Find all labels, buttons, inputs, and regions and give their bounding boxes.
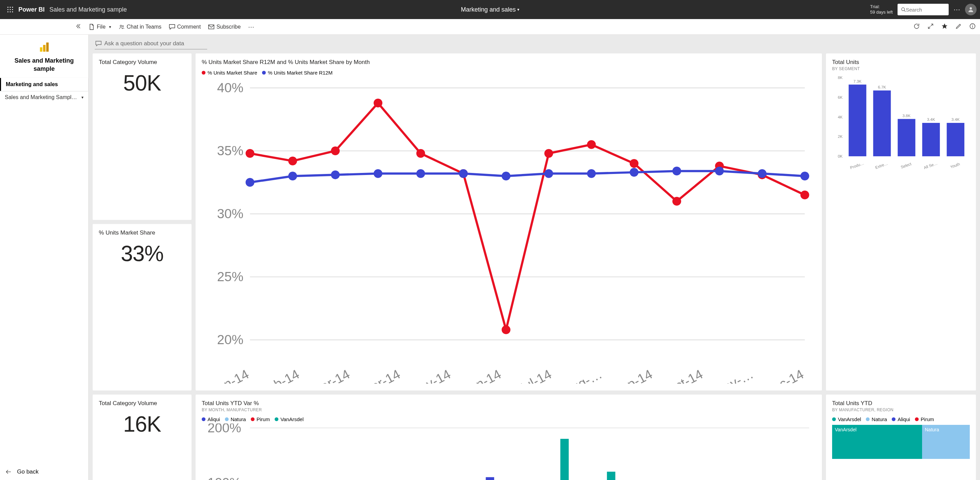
svg-text:2K: 2K xyxy=(838,135,843,139)
svg-text:Youth: Youth xyxy=(950,162,960,169)
legend-dot-icon xyxy=(202,71,205,74)
treemap-body: VanArsdel Natura xyxy=(832,425,970,459)
edit-icon[interactable] xyxy=(956,23,962,31)
report-breadcrumb[interactable]: Marketing and sales ▾ xyxy=(461,6,519,13)
user-avatar[interactable] xyxy=(965,4,977,15)
svg-point-5 xyxy=(12,9,13,10)
trial-value: 59 days left xyxy=(870,10,893,15)
svg-text:8K: 8K xyxy=(838,76,843,80)
svg-point-42 xyxy=(544,149,553,158)
tile-title: Total Units YTD Var % xyxy=(202,400,816,407)
svg-point-58 xyxy=(630,168,639,177)
legend-dot-icon xyxy=(866,417,870,421)
comment-button[interactable]: Comment xyxy=(169,24,201,30)
svg-text:4K: 4K xyxy=(838,115,843,119)
collapse-nav-icon[interactable] xyxy=(75,23,82,31)
svg-rect-89 xyxy=(922,123,940,156)
kpi-total-category-volume[interactable]: Total Category Volume 50K xyxy=(93,54,191,220)
legend-label: Natura xyxy=(231,416,246,422)
arrow-left-icon xyxy=(5,469,12,475)
svg-text:Apr-14: Apr-14 xyxy=(361,367,403,384)
svg-rect-23 xyxy=(46,43,48,52)
app-launcher-icon[interactable] xyxy=(3,3,17,16)
nav-item-active[interactable]: Marketing and sales xyxy=(0,78,88,91)
bar-chart-total-units[interactable]: Total Units BY SEGMENT 0K2K4K6K8K7.3KPro… xyxy=(826,54,976,390)
kpi-value: 50K xyxy=(99,70,185,96)
svg-point-35 xyxy=(246,149,255,158)
refresh-icon[interactable] xyxy=(913,23,920,31)
svg-text:May-14: May-14 xyxy=(407,367,453,384)
svg-point-57 xyxy=(587,169,596,178)
chat-label: Chat in Teams xyxy=(127,24,162,30)
svg-line-10 xyxy=(904,11,906,12)
svg-text:3.4K: 3.4K xyxy=(927,117,935,122)
qna-placeholder: Ask a question about your data xyxy=(104,40,184,47)
info-icon[interactable] xyxy=(969,23,976,31)
svg-text:Feb-14: Feb-14 xyxy=(258,367,302,384)
svg-marker-17 xyxy=(942,23,948,29)
svg-point-60 xyxy=(715,167,724,176)
svg-point-2 xyxy=(12,7,13,8)
legend-dot-icon xyxy=(251,417,255,421)
more-icon[interactable]: ⋯ xyxy=(953,5,960,14)
legend-label: VanArsdel xyxy=(838,416,861,422)
fullscreen-icon[interactable] xyxy=(928,23,934,31)
product-name[interactable]: Power BI xyxy=(18,6,45,13)
file-label: File xyxy=(97,24,106,30)
nav-item-sample[interactable]: Sales and Marketing Sampl… ▾ xyxy=(0,91,88,104)
svg-text:Sep-14: Sep-14 xyxy=(610,367,655,384)
subscribe-button[interactable]: Subscribe xyxy=(208,24,240,30)
legend-label: Pirum xyxy=(256,416,270,422)
search-box[interactable] xyxy=(897,4,949,15)
svg-point-38 xyxy=(374,99,382,108)
chart-legend: VanArsdel Natura Aliqui Pirum xyxy=(832,416,970,422)
svg-text:200%: 200% xyxy=(207,423,241,435)
file-menu[interactable]: File ▾ xyxy=(89,24,111,30)
file-icon xyxy=(89,24,95,30)
treemap-total-units-ytd[interactable]: Total Units YTD BY MANUFACTURER, REGION … xyxy=(826,394,976,480)
tile-subtitle: BY MONTH, MANUFACTURER xyxy=(202,407,816,412)
comment-label: Comment xyxy=(177,24,201,30)
tile-title: % Units Market Share xyxy=(99,230,185,236)
treemap-box-vanarsdel[interactable]: VanArsdel xyxy=(832,425,922,459)
svg-point-61 xyxy=(758,169,767,178)
comment-icon xyxy=(169,24,175,30)
svg-rect-14 xyxy=(208,25,214,29)
svg-point-37 xyxy=(331,146,340,155)
report-canvas: Ask a question about your data Total Cat… xyxy=(89,35,980,480)
svg-point-0 xyxy=(8,7,8,8)
svg-text:Extre…: Extre… xyxy=(875,162,888,170)
svg-text:40%: 40% xyxy=(217,80,243,95)
toolbar-more-icon[interactable]: ⋯ xyxy=(248,23,254,31)
person-icon xyxy=(967,6,974,13)
dashboard-title: Sales and Marketing sample xyxy=(3,57,85,73)
legend-dot-icon xyxy=(202,417,205,421)
svg-point-43 xyxy=(587,140,596,149)
search-input[interactable] xyxy=(906,7,945,13)
svg-point-62 xyxy=(800,171,809,181)
svg-text:Jan-14: Jan-14 xyxy=(209,367,251,384)
legend-dot-icon xyxy=(915,417,919,421)
qna-input[interactable]: Ask a question about your data xyxy=(95,39,207,49)
bar-chart-ytd-var[interactable]: Total Units YTD Var % BY MONTH, MANUFACT… xyxy=(196,394,822,480)
report-toolbar: File ▾ Chat in Teams Comment Subscribe ⋯ xyxy=(0,19,980,35)
treemap-box-natura[interactable]: Natura xyxy=(922,425,970,459)
legend-label: Natura xyxy=(872,416,887,422)
svg-text:All Se…: All Se… xyxy=(923,161,938,169)
chart-legend: Aliqui Natura Pirum VanArsdel xyxy=(202,416,816,422)
svg-point-45 xyxy=(672,197,681,206)
kpi-value: 33% xyxy=(99,241,185,266)
kpi-market-share[interactable]: % Units Market Share 33% xyxy=(93,224,191,390)
svg-point-12 xyxy=(120,25,122,27)
trial-info[interactable]: Trial: 59 days left xyxy=(870,4,893,15)
kpi-total-category-volume-2[interactable]: Total Category Volume 16K xyxy=(93,394,191,480)
svg-point-7 xyxy=(10,11,11,12)
var-chart-svg: 100%200% xyxy=(202,423,816,480)
line-chart-market-share[interactable]: % Units Market Share R12M and % Units Ma… xyxy=(196,54,822,390)
chat-teams-button[interactable]: Chat in Teams xyxy=(119,24,162,30)
workspace-name[interactable]: Sales and Marketing sample xyxy=(49,6,127,13)
svg-text:7.3K: 7.3K xyxy=(854,79,862,83)
svg-text:3.4K: 3.4K xyxy=(951,117,959,122)
favorite-icon[interactable] xyxy=(941,23,948,31)
go-back-button[interactable]: Go back xyxy=(5,469,38,475)
